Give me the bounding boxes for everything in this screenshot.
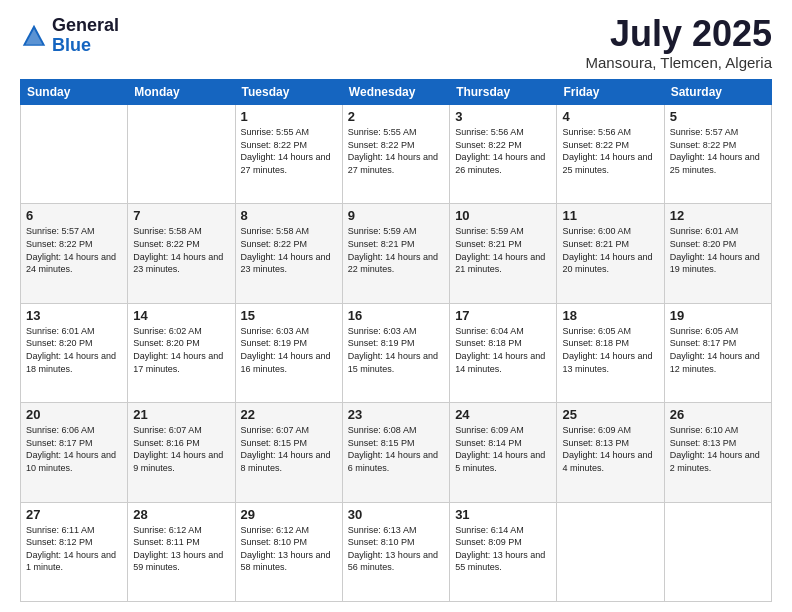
day-cell: 15Sunrise: 6:03 AM Sunset: 8:19 PM Dayli… [235,303,342,402]
week-row-1: 1Sunrise: 5:55 AM Sunset: 8:22 PM Daylig… [21,105,772,204]
day-number: 1 [241,109,337,124]
day-number: 7 [133,208,229,223]
day-number: 12 [670,208,766,223]
day-info: Sunrise: 6:07 AM Sunset: 8:16 PM Dayligh… [133,424,229,474]
day-info: Sunrise: 6:10 AM Sunset: 8:13 PM Dayligh… [670,424,766,474]
day-info: Sunrise: 6:12 AM Sunset: 8:10 PM Dayligh… [241,524,337,574]
day-cell: 7Sunrise: 5:58 AM Sunset: 8:22 PM Daylig… [128,204,235,303]
day-number: 4 [562,109,658,124]
day-info: Sunrise: 6:01 AM Sunset: 8:20 PM Dayligh… [26,325,122,375]
day-cell: 9Sunrise: 5:59 AM Sunset: 8:21 PM Daylig… [342,204,449,303]
day-header-wednesday: Wednesday [342,80,449,105]
day-number: 29 [241,507,337,522]
day-info: Sunrise: 6:00 AM Sunset: 8:21 PM Dayligh… [562,225,658,275]
day-number: 9 [348,208,444,223]
day-cell: 16Sunrise: 6:03 AM Sunset: 8:19 PM Dayli… [342,303,449,402]
day-number: 13 [26,308,122,323]
day-number: 31 [455,507,551,522]
day-info: Sunrise: 6:03 AM Sunset: 8:19 PM Dayligh… [241,325,337,375]
day-info: Sunrise: 5:56 AM Sunset: 8:22 PM Dayligh… [455,126,551,176]
day-number: 15 [241,308,337,323]
day-cell [128,105,235,204]
day-cell: 29Sunrise: 6:12 AM Sunset: 8:10 PM Dayli… [235,502,342,601]
day-number: 17 [455,308,551,323]
day-info: Sunrise: 6:02 AM Sunset: 8:20 PM Dayligh… [133,325,229,375]
day-cell: 28Sunrise: 6:12 AM Sunset: 8:11 PM Dayli… [128,502,235,601]
day-info: Sunrise: 5:55 AM Sunset: 8:22 PM Dayligh… [348,126,444,176]
day-info: Sunrise: 5:58 AM Sunset: 8:22 PM Dayligh… [241,225,337,275]
day-info: Sunrise: 6:04 AM Sunset: 8:18 PM Dayligh… [455,325,551,375]
header-row: SundayMondayTuesdayWednesdayThursdayFrid… [21,80,772,105]
day-cell: 8Sunrise: 5:58 AM Sunset: 8:22 PM Daylig… [235,204,342,303]
day-header-saturday: Saturday [664,80,771,105]
day-cell: 20Sunrise: 6:06 AM Sunset: 8:17 PM Dayli… [21,403,128,502]
day-number: 24 [455,407,551,422]
day-info: Sunrise: 6:11 AM Sunset: 8:12 PM Dayligh… [26,524,122,574]
day-cell: 3Sunrise: 5:56 AM Sunset: 8:22 PM Daylig… [450,105,557,204]
day-cell: 5Sunrise: 5:57 AM Sunset: 8:22 PM Daylig… [664,105,771,204]
day-info: Sunrise: 5:59 AM Sunset: 8:21 PM Dayligh… [348,225,444,275]
day-cell: 25Sunrise: 6:09 AM Sunset: 8:13 PM Dayli… [557,403,664,502]
day-cell: 19Sunrise: 6:05 AM Sunset: 8:17 PM Dayli… [664,303,771,402]
day-cell: 30Sunrise: 6:13 AM Sunset: 8:10 PM Dayli… [342,502,449,601]
day-number: 28 [133,507,229,522]
logo-general: General [52,15,119,35]
day-cell: 31Sunrise: 6:14 AM Sunset: 8:09 PM Dayli… [450,502,557,601]
day-cell: 1Sunrise: 5:55 AM Sunset: 8:22 PM Daylig… [235,105,342,204]
day-info: Sunrise: 6:01 AM Sunset: 8:20 PM Dayligh… [670,225,766,275]
day-header-monday: Monday [128,80,235,105]
day-cell: 13Sunrise: 6:01 AM Sunset: 8:20 PM Dayli… [21,303,128,402]
day-cell: 2Sunrise: 5:55 AM Sunset: 8:22 PM Daylig… [342,105,449,204]
day-cell [557,502,664,601]
day-info: Sunrise: 6:13 AM Sunset: 8:10 PM Dayligh… [348,524,444,574]
day-info: Sunrise: 6:09 AM Sunset: 8:13 PM Dayligh… [562,424,658,474]
day-info: Sunrise: 5:59 AM Sunset: 8:21 PM Dayligh… [455,225,551,275]
day-info: Sunrise: 6:03 AM Sunset: 8:19 PM Dayligh… [348,325,444,375]
day-cell: 23Sunrise: 6:08 AM Sunset: 8:15 PM Dayli… [342,403,449,502]
day-info: Sunrise: 6:09 AM Sunset: 8:14 PM Dayligh… [455,424,551,474]
day-number: 8 [241,208,337,223]
day-header-tuesday: Tuesday [235,80,342,105]
page: General Blue July 2025 Mansoura, Tlemcen… [0,0,792,612]
title-block: July 2025 Mansoura, Tlemcen, Algeria [586,16,772,71]
day-info: Sunrise: 5:55 AM Sunset: 8:22 PM Dayligh… [241,126,337,176]
day-info: Sunrise: 6:05 AM Sunset: 8:17 PM Dayligh… [670,325,766,375]
day-number: 26 [670,407,766,422]
day-number: 5 [670,109,766,124]
day-info: Sunrise: 6:12 AM Sunset: 8:11 PM Dayligh… [133,524,229,574]
day-info: Sunrise: 6:08 AM Sunset: 8:15 PM Dayligh… [348,424,444,474]
day-info: Sunrise: 6:07 AM Sunset: 8:15 PM Dayligh… [241,424,337,474]
day-cell: 22Sunrise: 6:07 AM Sunset: 8:15 PM Dayli… [235,403,342,502]
day-cell: 26Sunrise: 6:10 AM Sunset: 8:13 PM Dayli… [664,403,771,502]
day-cell: 4Sunrise: 5:56 AM Sunset: 8:22 PM Daylig… [557,105,664,204]
week-row-3: 13Sunrise: 6:01 AM Sunset: 8:20 PM Dayli… [21,303,772,402]
day-info: Sunrise: 5:58 AM Sunset: 8:22 PM Dayligh… [133,225,229,275]
week-row-5: 27Sunrise: 6:11 AM Sunset: 8:12 PM Dayli… [21,502,772,601]
day-header-friday: Friday [557,80,664,105]
day-number: 21 [133,407,229,422]
calendar-table: SundayMondayTuesdayWednesdayThursdayFrid… [20,79,772,602]
logo-blue: Blue [52,35,91,55]
day-number: 20 [26,407,122,422]
day-info: Sunrise: 5:56 AM Sunset: 8:22 PM Dayligh… [562,126,658,176]
day-cell: 21Sunrise: 6:07 AM Sunset: 8:16 PM Dayli… [128,403,235,502]
day-number: 23 [348,407,444,422]
day-header-thursday: Thursday [450,80,557,105]
day-cell: 11Sunrise: 6:00 AM Sunset: 8:21 PM Dayli… [557,204,664,303]
header: General Blue July 2025 Mansoura, Tlemcen… [20,16,772,71]
day-info: Sunrise: 6:06 AM Sunset: 8:17 PM Dayligh… [26,424,122,474]
day-number: 18 [562,308,658,323]
day-header-sunday: Sunday [21,80,128,105]
day-cell: 18Sunrise: 6:05 AM Sunset: 8:18 PM Dayli… [557,303,664,402]
logo-text: General Blue [52,16,119,56]
day-info: Sunrise: 6:05 AM Sunset: 8:18 PM Dayligh… [562,325,658,375]
day-number: 6 [26,208,122,223]
title-location: Mansoura, Tlemcen, Algeria [586,54,772,71]
day-cell: 6Sunrise: 5:57 AM Sunset: 8:22 PM Daylig… [21,204,128,303]
day-number: 25 [562,407,658,422]
day-info: Sunrise: 5:57 AM Sunset: 8:22 PM Dayligh… [670,126,766,176]
day-number: 10 [455,208,551,223]
title-month: July 2025 [586,16,772,52]
day-cell: 17Sunrise: 6:04 AM Sunset: 8:18 PM Dayli… [450,303,557,402]
week-row-2: 6Sunrise: 5:57 AM Sunset: 8:22 PM Daylig… [21,204,772,303]
